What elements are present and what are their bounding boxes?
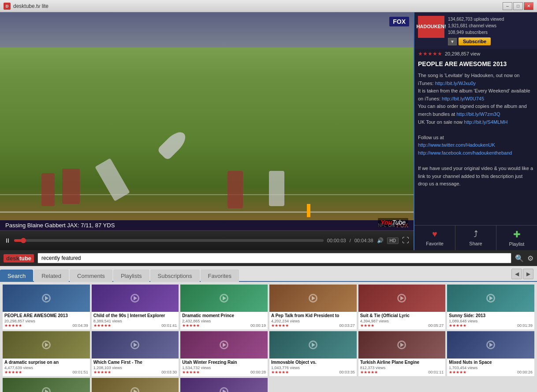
video-info: A dramatic surprise on an 4,477,639 view… bbox=[3, 359, 90, 376]
nav-prev-button[interactable]: ◀ bbox=[511, 269, 522, 279]
video-card-3[interactable]: A Pep Talk from Kid President to 4,202,2… bbox=[269, 285, 357, 329]
tab-favorites[interactable]: Favorites bbox=[201, 270, 239, 282]
share-label: Share bbox=[469, 241, 482, 246]
video-title-text: Which Came First - The bbox=[93, 359, 177, 365]
channel-views-stat: 1,921,681 channel views bbox=[448, 22, 533, 29]
itunes-link-1[interactable]: http://bit.ly/WJxu0y bbox=[435, 81, 476, 86]
video-thumbnail bbox=[269, 285, 357, 312]
video-stars: ★★★★★ bbox=[182, 323, 200, 328]
logo-text-2: tube bbox=[19, 255, 31, 262]
time-current: 00:00:03 bbox=[327, 238, 346, 243]
video-meta-row: ★★★★★ 00:01:41 bbox=[93, 323, 177, 328]
video-views: 1,208,103 views bbox=[93, 366, 177, 370]
video-meta-row: ★★★★★ 00:01:51 bbox=[4, 370, 88, 374]
tab-playlists[interactable]: Playlists bbox=[113, 270, 149, 282]
video-card-8[interactable]: Utah Winter Freezing Rain 1,534,732 view… bbox=[180, 331, 268, 376]
minimize-button[interactable]: – bbox=[503, 2, 512, 10]
top-section: FOX Passing Blaine Gabbert JAX: 7/11, 87… bbox=[0, 12, 537, 250]
volume-button[interactable]: 🔊 bbox=[377, 237, 384, 244]
video-info: PEOPLE ARE AWESOME 2013 20,298,857 views… bbox=[3, 312, 90, 329]
video-title-text: Turkish Airline Plane Engine bbox=[360, 359, 444, 365]
dropdown-button[interactable]: ▼ bbox=[448, 38, 457, 45]
tab-search[interactable]: Search bbox=[0, 270, 33, 282]
video-thumbnail bbox=[3, 378, 90, 392]
favorite-button[interactable]: ♥ Favorite bbox=[414, 226, 455, 250]
video-card-7[interactable]: Which Came First - The 1,208,103 views ★… bbox=[92, 331, 179, 376]
video-card-5[interactable]: Sunny Side: 2013 1,089,648 views ★★★★★ 0… bbox=[447, 285, 534, 329]
video-info: Which Came First - The 1,208,103 views ★… bbox=[92, 359, 179, 376]
video-stars: ★★★★★ bbox=[271, 370, 289, 374]
tour-link[interactable]: http://bit.ly/S4MLMH bbox=[464, 119, 507, 125]
subscribers-stat: 108,949 subscribers bbox=[448, 29, 533, 36]
video-title-text: Mixed Nuts in Space bbox=[449, 359, 533, 365]
video-card-1[interactable]: Child of the 90s | Internet Explorer 8,3… bbox=[92, 285, 179, 329]
video-grid: PEOPLE ARE AWESOME 2013 20,298,857 views… bbox=[0, 282, 537, 392]
video-stars: ★★★★★ bbox=[182, 370, 200, 374]
window-title: desktube.tv lite bbox=[13, 3, 503, 9]
share-button[interactable]: ⤴ Share bbox=[455, 226, 496, 250]
quality-button[interactable]: HD bbox=[387, 237, 399, 244]
titlebar: D desktube.tv lite – □ ✕ bbox=[0, 0, 537, 12]
plus-icon: ✚ bbox=[513, 229, 521, 240]
video-thumbnail bbox=[358, 331, 446, 359]
maximize-button[interactable]: □ bbox=[513, 2, 523, 10]
video-duration: 00:03:27 bbox=[339, 323, 355, 328]
star-rating: ★★★★★ bbox=[418, 51, 442, 57]
video-card-10[interactable]: Turkish Airline Plane Engine 812,373 vie… bbox=[358, 331, 446, 376]
video-info: Suit & Tie (Official Lyric 4,394,987 vie… bbox=[358, 312, 446, 329]
video-player: FOX Passing Blaine Gabbert JAX: 7/11, 87… bbox=[0, 12, 414, 250]
video-title-text: Immovable Object vs. bbox=[271, 359, 355, 365]
video-frame[interactable]: FOX Passing Blaine Gabbert JAX: 7/11, 87… bbox=[0, 12, 414, 230]
play-pause-button[interactable]: ⏸ bbox=[4, 237, 11, 244]
video-card-0[interactable]: PEOPLE ARE AWESOME 2013 20,298,857 views… bbox=[3, 285, 90, 329]
video-stars: ★★★★★ bbox=[4, 370, 22, 374]
settings-icon[interactable]: ⚙ bbox=[527, 254, 533, 263]
video-stars: ★★★★★ bbox=[271, 323, 289, 328]
video-views: 1,043,776 views bbox=[271, 366, 355, 370]
video-thumbnail bbox=[180, 285, 268, 312]
progress-bar[interactable] bbox=[14, 239, 324, 242]
video-controls: ⏸ 00:00:03 / 00:04:38 🔊 HD ⛶ bbox=[0, 230, 414, 250]
video-meta-row: ★★★★★ 00:03:35 bbox=[271, 370, 355, 374]
playlist-button[interactable]: ✚ Playlist bbox=[496, 226, 537, 250]
video-card-14[interactable]: LeBron tackles Heat fan who 8,717,323 vi… bbox=[180, 378, 268, 392]
nav-next-button[interactable]: ▶ bbox=[523, 269, 533, 279]
channel-info: 134,662,703 uploads viewed 1,921,681 cha… bbox=[448, 16, 533, 45]
itunes-link-2[interactable]: http://bit.ly/W0U745 bbox=[442, 96, 484, 101]
search-input[interactable] bbox=[37, 253, 511, 263]
share-icon: ⤴ bbox=[474, 229, 478, 239]
video-card-4[interactable]: Suit & Tie (Official Lyric 4,394,987 vie… bbox=[358, 285, 446, 329]
video-stars: ★★★★★ bbox=[360, 370, 378, 374]
twitter-link[interactable]: http://www.twitter.com/HadoukenUK bbox=[418, 142, 495, 148]
video-meta-row: ★★★★★ 00:04:39 bbox=[4, 323, 88, 328]
video-meta-row: ★★★★★ 00:03:27 bbox=[271, 323, 355, 328]
video-thumbnail bbox=[269, 331, 357, 359]
tab-related[interactable]: Related bbox=[34, 270, 69, 282]
close-button[interactable]: ✕ bbox=[524, 2, 533, 10]
video-card-6[interactable]: A dramatic surprise on an 4,477,639 view… bbox=[3, 331, 90, 376]
uploads-viewed-stat: 134,662,703 uploads viewed bbox=[448, 16, 533, 22]
video-info: Turkish Airline Plane Engine 812,373 vie… bbox=[358, 359, 446, 376]
video-card-12[interactable]: THQ - Pouring One for the 143,930 views … bbox=[3, 378, 90, 392]
tab-subscriptions[interactable]: Subscriptions bbox=[150, 270, 200, 282]
sidebar: HADOUKEN! 134,662,703 uploads viewed 1,9… bbox=[414, 12, 537, 250]
video-info: Immovable Object vs. 1,043,776 views ★★★… bbox=[269, 359, 357, 376]
merch-link[interactable]: http://bit.ly/W7zm3Q bbox=[456, 111, 500, 117]
video-thumbnail bbox=[3, 285, 90, 312]
fullscreen-button[interactable]: ⛶ bbox=[402, 237, 409, 244]
subscribe-button[interactable]: Subscribe bbox=[459, 37, 491, 45]
video-info: Mixed Nuts in Space 1,703,454 views ★★★★… bbox=[447, 359, 534, 376]
video-card-2[interactable]: Dramatic moment Prince 2,432,865 views ★… bbox=[180, 285, 268, 329]
video-stars: ★★★★★ bbox=[449, 370, 466, 374]
video-views: 20,298,857 views bbox=[4, 319, 88, 323]
window-controls: – □ ✕ bbox=[503, 2, 533, 10]
video-thumbnail bbox=[180, 331, 268, 359]
search-icon[interactable]: 🔍 bbox=[515, 254, 524, 263]
video-title-text: A Pep Talk from Kid President to bbox=[271, 313, 355, 318]
video-card-13[interactable]: Knights Of Badassdom 547,777 views ★★★★★… bbox=[92, 378, 179, 392]
video-views: 4,394,987 views bbox=[360, 319, 444, 323]
facebook-link[interactable]: http://www.facebook.com/hadoukentheband bbox=[418, 150, 512, 155]
video-card-11[interactable]: Mixed Nuts in Space 1,703,454 views ★★★★… bbox=[447, 331, 534, 376]
video-card-9[interactable]: Immovable Object vs. 1,043,776 views ★★★… bbox=[269, 331, 357, 376]
tab-comments[interactable]: Comments bbox=[70, 270, 112, 282]
